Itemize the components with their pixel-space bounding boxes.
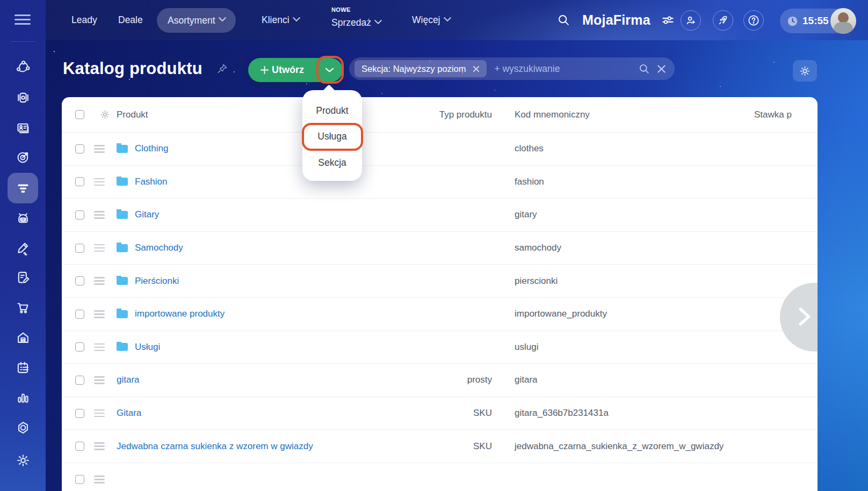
catalog-funnel-icon: [16, 180, 31, 195]
table-row[interactable]: Clothing clothes: [62, 133, 818, 166]
table-row[interactable]: Fashion fashion: [62, 166, 818, 199]
product-type: prosty: [433, 375, 492, 385]
drag-handle-icon[interactable]: [94, 211, 105, 219]
drag-handle-icon[interactable]: [94, 442, 105, 450]
mnemonic-code: samochody: [492, 243, 818, 253]
menu-item-label: Asortyment: [168, 15, 215, 26]
row-checkbox[interactable]: [75, 475, 84, 484]
row-checkbox[interactable]: [75, 276, 84, 285]
sidebar-item-contact-center[interactable]: [15, 89, 32, 106]
sidebar-item-documents[interactable]: [15, 269, 32, 286]
table-row[interactable]: Jedwabna czarna sukienka z wzorem w gwia…: [62, 430, 818, 463]
row-checkbox[interactable]: [75, 177, 84, 186]
select-all-checkbox[interactable]: [75, 110, 84, 119]
row-checkbox[interactable]: [75, 376, 84, 385]
drag-handle-icon[interactable]: [94, 376, 105, 384]
sidebar-item-market[interactable]: [15, 419, 32, 436]
sidebar-item-settings[interactable]: [15, 452, 32, 469]
folder-icon: [117, 211, 128, 219]
worktime-widget[interactable]: 15:55: [780, 9, 855, 33]
row-checkbox[interactable]: [75, 310, 84, 319]
product-link[interactable]: Pierścionki: [135, 276, 179, 287]
global-search-icon[interactable]: [556, 0, 570, 40]
table-row[interactable]: Gitara SKU gitara_636b7b231431a: [62, 397, 818, 430]
drag-handle-icon[interactable]: [94, 409, 105, 417]
sidebar-item-analytics[interactable]: [15, 389, 32, 406]
rocket-boost-button[interactable]: [713, 10, 733, 31]
product-link[interactable]: gitara: [117, 375, 140, 385]
dropdown-item-usługa[interactable]: Usługa: [302, 124, 362, 150]
product-link[interactable]: Fashion: [135, 177, 167, 187]
menu-item-asortyment[interactable]: Asortyment: [157, 8, 236, 33]
sidebar-item-warehouse[interactable]: [15, 329, 32, 346]
sidebar-item-marketing[interactable]: [15, 149, 32, 166]
row-checkbox[interactable]: [75, 409, 84, 418]
invite-user-button[interactable]: [681, 10, 701, 31]
table-row[interactable]: Samochody samochody: [62, 232, 818, 265]
menu-item-leady[interactable]: Leady: [71, 0, 97, 40]
column-header-stawka[interactable]: Stawka p: [754, 97, 792, 133]
create-dropdown-toggle[interactable]: [316, 58, 343, 82]
row-checkbox[interactable]: [75, 342, 84, 351]
menu-item-sprzedaż[interactable]: NOWESprzedaż: [331, 0, 381, 40]
filter-search-bar[interactable]: Sekcja: Najwyższy poziom + wyszukiwanie: [349, 57, 675, 80]
sidebar-item-shop[interactable]: [15, 299, 32, 316]
mnemonic-code: pierscionki: [492, 276, 818, 287]
column-header-produkt[interactable]: Produkt: [117, 109, 433, 120]
table-row[interactable]: [62, 463, 818, 491]
search-placeholder[interactable]: + wyszukiwanie: [494, 63, 560, 75]
row-checkbox[interactable]: [75, 144, 84, 153]
row-checkbox[interactable]: [75, 244, 84, 253]
drag-handle-icon[interactable]: [94, 178, 105, 186]
product-link[interactable]: Gitara: [117, 408, 141, 419]
row-checkbox[interactable]: [75, 442, 84, 451]
grid-settings-button[interactable]: [793, 60, 817, 82]
column-settings-icon[interactable]: [99, 109, 111, 120]
chevron-down-icon: [443, 14, 451, 21]
drag-handle-icon[interactable]: [94, 244, 105, 252]
create-button[interactable]: Utwórz: [248, 58, 343, 82]
column-header-typ[interactable]: Typ produktu: [433, 109, 492, 120]
clear-search-icon[interactable]: [657, 64, 666, 74]
table-row[interactable]: Pierścionki pierscionki: [62, 265, 818, 298]
clock-time: 15:55: [802, 15, 829, 27]
product-link[interactable]: Gitary: [135, 209, 159, 220]
sidebar-item-sign[interactable]: [15, 239, 32, 257]
menu-item-deale[interactable]: Deale: [118, 0, 143, 40]
drag-handle-icon[interactable]: [94, 343, 105, 351]
sidebar-item-planner[interactable]: [15, 359, 32, 376]
filter-sliders-icon[interactable]: [660, 0, 676, 40]
product-link[interactable]: Clothing: [135, 143, 168, 154]
gear-icon: [16, 453, 31, 468]
remove-filter-icon[interactable]: [473, 65, 480, 72]
brand-title[interactable]: MojaFirma: [582, 0, 650, 40]
product-link[interactable]: importowane produkty: [135, 309, 225, 319]
table-row[interactable]: importowane produkty importowane_produkt…: [62, 298, 818, 331]
table-row[interactable]: gitara prosty gitara: [62, 364, 818, 397]
sidebar-item-crm-contacts[interactable]: [15, 119, 32, 136]
sidebar-item-catalog[interactable]: [15, 179, 32, 196]
product-link[interactable]: Jedwabna czarna sukienka z wzorem w gwia…: [117, 441, 313, 452]
dropdown-item-sekcja[interactable]: Sekcja: [302, 150, 362, 176]
hamburger-menu-icon[interactable]: [15, 14, 31, 26]
sidebar-item-automation[interactable]: [15, 209, 32, 226]
row-checkbox[interactable]: [75, 210, 84, 219]
apply-search-icon[interactable]: [638, 63, 650, 75]
product-link[interactable]: Usługi: [135, 342, 160, 353]
user-avatar[interactable]: [830, 8, 856, 34]
dropdown-item-produkt[interactable]: Produkt: [302, 98, 362, 124]
menu-item-więcej[interactable]: Więcej: [412, 0, 450, 40]
drag-handle-icon[interactable]: [94, 475, 105, 483]
sidebar-item-network[interactable]: [15, 58, 32, 76]
pin-page-icon[interactable]: [216, 63, 228, 77]
topbar: LeadyDealeAsortymentKlienciNOWESprzedażW…: [0, 0, 868, 40]
drag-handle-icon[interactable]: [94, 145, 105, 153]
help-button[interactable]: [743, 10, 764, 31]
drag-handle-icon[interactable]: [94, 277, 105, 285]
table-row[interactable]: Gitary gitary: [62, 199, 818, 232]
table-row[interactable]: Usługi uslugi: [62, 331, 818, 364]
drag-handle-icon[interactable]: [94, 310, 105, 318]
menu-item-klienci[interactable]: Klienci: [262, 0, 299, 40]
product-link[interactable]: Samochody: [135, 243, 183, 253]
filter-tag[interactable]: Sekcja: Najwyższy poziom: [355, 60, 487, 77]
